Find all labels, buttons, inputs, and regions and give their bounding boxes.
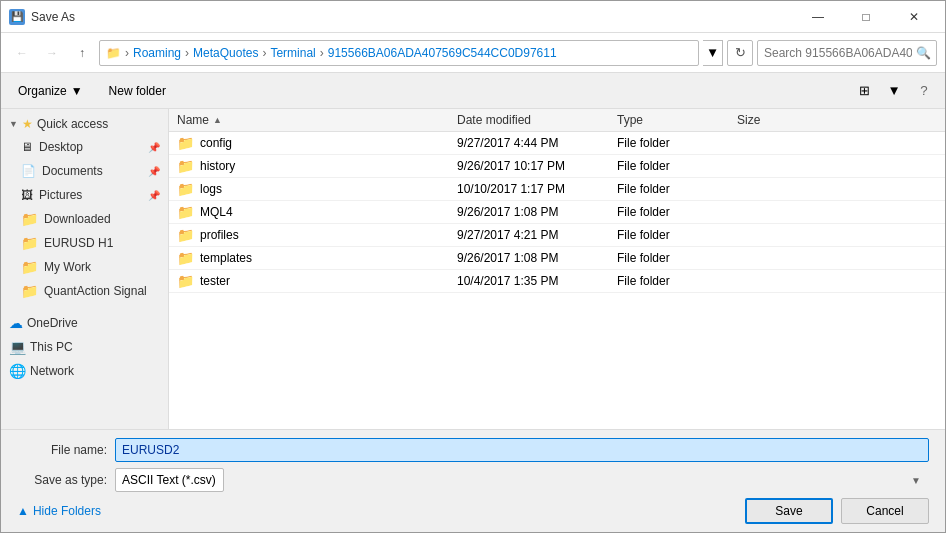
toolbar-right: ⊞ ▼ ? [851, 78, 937, 104]
table-row[interactable]: 📁 profiles 9/27/2017 4:21 PM File folder [169, 224, 945, 247]
sidebar-desktop-label: Desktop [39, 140, 83, 154]
file-name-text: profiles [200, 228, 239, 242]
col-date-label: Date modified [457, 113, 531, 127]
savetype-label: Save as type: [17, 473, 107, 487]
onedrive-icon: ☁ [9, 315, 23, 331]
folder-icon: 📁 [177, 250, 194, 266]
column-name-header[interactable]: Name ▲ [177, 113, 457, 127]
file-rows-container: 📁 config 9/27/2017 4:44 PM File folder 📁… [169, 132, 945, 293]
sidebar-mywork-label: My Work [44, 260, 91, 274]
folder-icon: 📁 [177, 135, 194, 151]
window-controls: — □ ✕ [795, 1, 937, 33]
sidebar-item-pictures[interactable]: 🖼 Pictures 📌 [1, 183, 168, 207]
quick-access-star-icon: ★ [22, 117, 33, 131]
file-name-text: logs [200, 182, 222, 196]
savetype-select[interactable]: ASCII Text (*.csv) [115, 468, 224, 492]
quantaction-folder-icon: 📁 [21, 283, 38, 299]
organize-label: Organize [18, 84, 67, 98]
sidebar-thispc[interactable]: 💻 This PC [1, 335, 168, 359]
window-title: Save As [31, 10, 795, 24]
sidebar-item-downloaded[interactable]: 📁 Downloaded [1, 207, 168, 231]
file-name-text: history [200, 159, 235, 173]
sidebar-network-label: Network [30, 364, 74, 378]
refresh-button[interactable]: ↻ [727, 40, 753, 66]
address-bar: ← → ↑ 📁 › Roaming › MetaQuotes › Termina… [1, 33, 945, 73]
file-name-cell: 📁 tester [177, 273, 457, 289]
organize-button[interactable]: Organize ▼ [9, 78, 92, 104]
new-folder-button[interactable]: New folder [100, 78, 175, 104]
table-row[interactable]: 📁 history 9/26/2017 10:17 PM File folder [169, 155, 945, 178]
file-date-cell: 9/26/2017 10:17 PM [457, 159, 617, 173]
up-button[interactable]: ↑ [69, 40, 95, 66]
hide-folders-button[interactable]: ▲ Hide Folders [17, 504, 101, 518]
pictures-icon: 🖼 [21, 188, 33, 202]
sidebar-item-quantaction[interactable]: 📁 QuantAction Signal [1, 279, 168, 303]
quick-access-label: Quick access [37, 117, 108, 131]
toolbar: Organize ▼ New folder ⊞ ▼ ? [1, 73, 945, 109]
file-name-cell: 📁 logs [177, 181, 457, 197]
cancel-button[interactable]: Cancel [841, 498, 929, 524]
sidebar-documents-label: Documents [42, 164, 103, 178]
table-row[interactable]: 📁 tester 10/4/2017 1:35 PM File folder [169, 270, 945, 293]
sidebar-item-eurusd[interactable]: 📁 EURUSD H1 [1, 231, 168, 255]
table-row[interactable]: 📁 MQL4 9/26/2017 1:08 PM File folder [169, 201, 945, 224]
close-button[interactable]: ✕ [891, 1, 937, 33]
view-dropdown-button[interactable]: ▼ [881, 78, 907, 104]
filename-row: File name: [17, 438, 929, 462]
sidebar-pictures-label: Pictures [39, 188, 82, 202]
path-guid[interactable]: 915566BA06ADA407569C544CC0D97611 [328, 46, 557, 60]
address-dropdown-button[interactable]: ▼ [703, 40, 723, 66]
sidebar-downloaded-label: Downloaded [44, 212, 111, 226]
sidebar-network[interactable]: 🌐 Network [1, 359, 168, 383]
file-name-text: MQL4 [200, 205, 233, 219]
minimize-button[interactable]: — [795, 1, 841, 33]
file-name-text: templates [200, 251, 252, 265]
address-folder-icon: 📁 [106, 46, 121, 60]
forward-button[interactable]: → [39, 40, 65, 66]
sidebar-onedrive-label: OneDrive [27, 316, 78, 330]
table-row[interactable]: 📁 logs 10/10/2017 1:17 PM File folder [169, 178, 945, 201]
maximize-button[interactable]: □ [843, 1, 889, 33]
filename-input[interactable] [115, 438, 929, 462]
save-button[interactable]: Save [745, 498, 833, 524]
file-name-text: tester [200, 274, 230, 288]
savetype-wrapper: ASCII Text (*.csv) ▼ [115, 468, 929, 492]
network-icon: 🌐 [9, 363, 26, 379]
chevron-up-icon: ▲ [17, 504, 29, 518]
file-name-cell: 📁 templates [177, 250, 457, 266]
window-icon: 💾 [9, 9, 25, 25]
table-row[interactable]: 📁 templates 9/26/2017 1:08 PM File folde… [169, 247, 945, 270]
path-terminal[interactable]: Terminal [270, 46, 315, 60]
path-metaquotes[interactable]: MetaQuotes [193, 46, 258, 60]
view-button[interactable]: ⊞ [851, 78, 877, 104]
sidebar-item-mywork[interactable]: 📁 My Work [1, 255, 168, 279]
file-type-cell: File folder [617, 159, 737, 173]
sidebar-item-documents[interactable]: 📄 Documents 📌 [1, 159, 168, 183]
help-button[interactable]: ? [911, 78, 937, 104]
path-roaming[interactable]: Roaming [133, 46, 181, 60]
column-size-header[interactable]: Size [737, 113, 817, 127]
documents-icon: 📄 [21, 164, 36, 178]
column-date-header[interactable]: Date modified [457, 113, 617, 127]
file-name-cell: 📁 history [177, 158, 457, 174]
column-type-header[interactable]: Type [617, 113, 737, 127]
sidebar-onedrive[interactable]: ☁ OneDrive [1, 311, 168, 335]
organize-chevron-icon: ▼ [71, 84, 83, 98]
search-input[interactable] [757, 40, 937, 66]
select-arrow-icon: ▼ [911, 475, 921, 486]
file-type-cell: File folder [617, 251, 737, 265]
back-button[interactable]: ← [9, 40, 35, 66]
col-type-label: Type [617, 113, 643, 127]
table-row[interactable]: 📁 config 9/27/2017 4:44 PM File folder [169, 132, 945, 155]
pin-icon: 📌 [148, 166, 160, 177]
sidebar-section-quick-access[interactable]: ▼ ★ Quick access [1, 113, 168, 135]
mywork-folder-icon: 📁 [21, 259, 38, 275]
folder-icon: 📁 [177, 158, 194, 174]
file-list: Name ▲ Date modified Type Size 📁 config … [169, 109, 945, 429]
file-date-cell: 9/27/2017 4:44 PM [457, 136, 617, 150]
help-icon: ? [920, 83, 927, 98]
file-date-cell: 10/4/2017 1:35 PM [457, 274, 617, 288]
view-chevron-icon: ▼ [887, 83, 900, 98]
thispc-icon: 💻 [9, 339, 26, 355]
sidebar-item-desktop[interactable]: 🖥 Desktop 📌 [1, 135, 168, 159]
